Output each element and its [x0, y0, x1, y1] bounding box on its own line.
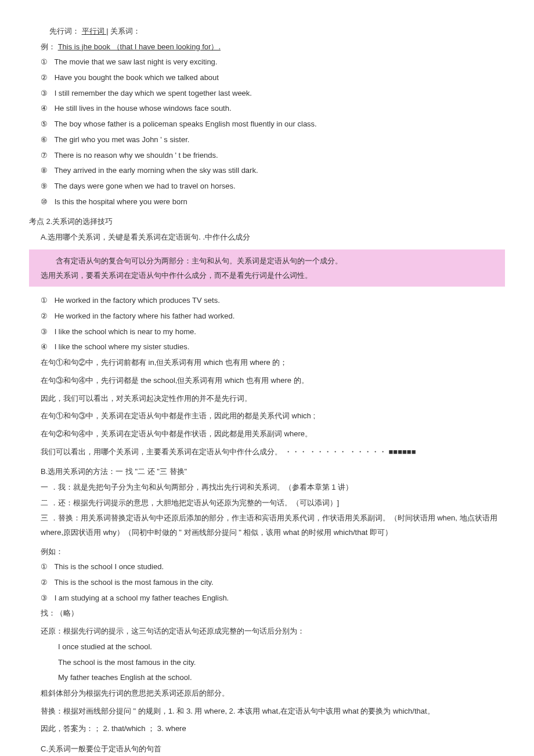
restore-label: 还原：根据先行词的提示，这三句话的定语从句还原成完整的一句话后分别为：: [41, 624, 505, 639]
parallel-label: 平行词 |: [82, 27, 109, 35]
circled-number: ③: [41, 325, 52, 339]
note-text: 在句③和句④中，先行词都是 the school,但关系词有用 which 也有…: [41, 374, 505, 388]
step-text: 二 ．还：根据先行词提示的意思，大胆地把定语从句还原为完整的一句话。（可以添词）…: [41, 496, 505, 511]
circled-number: ②: [41, 309, 52, 324]
list-item: ⑩ Is this the hospital where you were bo…: [41, 195, 505, 209]
find-label: 找：（略）: [41, 606, 505, 621]
note-text: 粗斜体部分为根据先行词的意思把关系词还原后的部分。: [41, 686, 505, 701]
subsection-b-title: B.选用关系词的方法：一 找 "二 还 "三 替换": [41, 465, 505, 479]
highlight-line: 含有定语从句的复合句可以分为两部分：主句和从句。关系词是定语从句的一个成分。: [41, 254, 493, 267]
restored-sentence: I once studied at the school.: [58, 640, 505, 654]
circled-number: ⑩: [41, 195, 52, 209]
step-text: 一 ．我：就是先把句子分为主句和从句两部分，再找出先行词和关系词。（参看本章第 …: [41, 480, 505, 495]
step-text: 三 ．替换：用关系词替换定语从句中还原后添加的部分，作主语和宾语用关系代词，作状…: [41, 511, 505, 540]
highlight-line: 选用关系词，要看关系词在定语从句中作什么成分，而不是看先行词是什么词性。: [41, 269, 493, 282]
section-title-kp2: 考点 2.关系词的选择技巧: [29, 215, 505, 229]
list-item: ④ I like the school where my sister stud…: [41, 340, 505, 355]
list-item: ② Have you bought the book which we talk…: [41, 71, 505, 85]
list-item: ⑦ There is no reason why we shouldn ' t …: [41, 149, 505, 163]
list-item: ③ I still remember the day which we spen…: [41, 86, 505, 101]
list-item: ① He worked in the factory which produce…: [41, 294, 505, 308]
circled-number: ⑦: [41, 149, 52, 163]
list-item: ② He worked in the factory where his fat…: [41, 309, 505, 324]
note-text: 在句①和句③中，关系词在定语从句中都是作主语，因此用的都是关系代词 which …: [41, 409, 505, 424]
note-text: 在句②和句④中，关系词在定语从句中都是作状语，因此都是用关系副词 where。: [41, 427, 505, 442]
highlight-box: 含有定语从句的复合句可以分为两部分：主句和从句。关系词是定语从句的一个成分。 选…: [29, 249, 505, 287]
list-item: ② This is the school is the most famous …: [41, 576, 505, 590]
list-item: ① This is the school I once studied.: [41, 560, 505, 574]
circled-number: ①: [41, 560, 52, 574]
circled-number: ①: [41, 55, 52, 70]
list-item: ③ I like the school which is near to my …: [41, 325, 505, 339]
circled-number: ⑥: [41, 133, 52, 147]
circled-number: ④: [41, 340, 52, 355]
antecedent-label: 先行词：: [49, 27, 80, 35]
list-item: ⑧ They arrived in the early morning when…: [41, 164, 505, 178]
circled-number: ④: [41, 102, 52, 116]
list-item: ⑨ The days were gone when we had to trav…: [41, 179, 505, 194]
circled-number: ②: [41, 71, 52, 85]
note-text: 因此，答案为：； 2. that/which ； 3. where: [41, 722, 505, 736]
relative-label: 关系词：: [110, 27, 140, 35]
circled-number: ③: [41, 591, 52, 606]
note-text: 在句①和句②中，先行词前都有 in,但关系词有用 which 也有用 where…: [41, 356, 505, 370]
list-item: ⑥ The girl who you met was John ' s sist…: [41, 133, 505, 147]
list-item: ④ He still lives in the house whose wind…: [41, 102, 505, 116]
list-item: ⑤ The boy whose father is a policeman sp…: [41, 117, 505, 132]
example-line: 例： This is jhe book （that I have been lo…: [41, 40, 505, 55]
example-label: 例如：: [41, 545, 505, 559]
note-text: 我们可以看出，用哪个关系词，主要看关系词在定语从句中作什么成分。 ・・・ ・・・…: [41, 445, 505, 460]
circled-number: ⑨: [41, 179, 52, 194]
example-prefix: 例：: [41, 42, 56, 51]
subsection-a-title: A.选用哪个关系词，关键是看关系词在定语斑句. .中作什么成分: [41, 230, 505, 245]
list-item: ③ I am studying at a school my father te…: [41, 591, 505, 606]
note-text: 替换：根据对画线部分提问 " 的规则，1. 和 3. 用 where, 2. 本…: [41, 704, 505, 719]
note-text: 因此，我们可以看出，对关系词起决定性作用的并不是先行词。: [41, 392, 505, 406]
restored-sentence: The school is the most famous in the cit…: [58, 656, 505, 670]
list-item: ① The movie that we saw last night is ve…: [41, 55, 505, 70]
subsection-c-title: C.关系词一般要位于定语从句的句首: [41, 742, 505, 756]
restored-sentence: My father teaches English at the school.: [58, 671, 505, 685]
circled-number: ②: [41, 576, 52, 590]
circled-number: ⑤: [41, 117, 52, 132]
circled-number: ①: [41, 294, 52, 308]
terms-line: 先行词： 平行词 | 关系词：: [49, 24, 505, 39]
example-sentence: This is jhe book （that I have been looki…: [58, 42, 221, 51]
circled-number: ③: [41, 86, 52, 101]
circled-number: ⑧: [41, 164, 52, 178]
